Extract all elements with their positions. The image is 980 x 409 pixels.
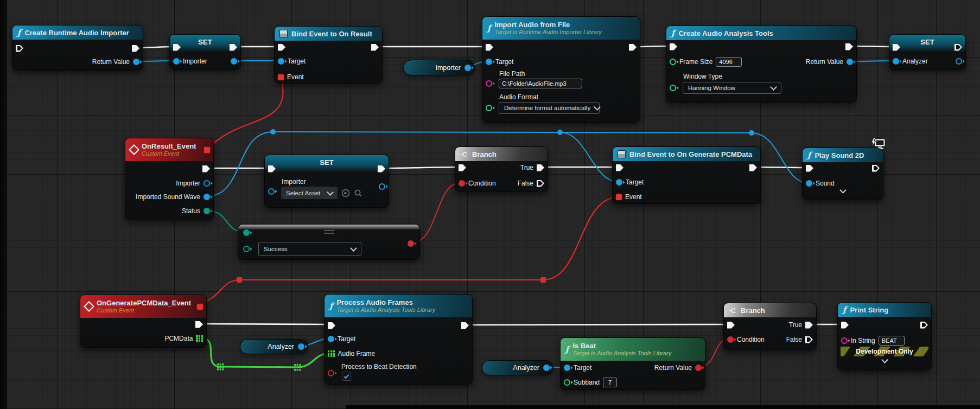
exec-in-pin[interactable] — [459, 164, 466, 171]
variable-get-importer[interactable]: Importer — [403, 60, 475, 75]
importer-out-pin[interactable] — [379, 183, 385, 190]
true-exec-pin[interactable] — [537, 164, 544, 171]
use-selected-asset-icon[interactable] — [341, 189, 350, 197]
target-pin[interactable] — [328, 336, 334, 342]
exec-out-pin[interactable] — [629, 44, 637, 51]
subband-input[interactable] — [603, 378, 617, 387]
array-reroute-node[interactable] — [217, 363, 224, 370]
condition-pin[interactable] — [727, 336, 734, 343]
target-pin[interactable] — [486, 59, 492, 65]
subband-pin[interactable] — [564, 379, 570, 386]
in-string-pin[interactable] — [841, 337, 848, 344]
exec-out-pin[interactable] — [920, 322, 928, 329]
variable-get-analyzer-2[interactable]: Analyzer — [482, 360, 553, 375]
node-equal-enum[interactable]: == Success — [238, 224, 420, 260]
exec-in-pin[interactable] — [268, 165, 276, 172]
pcmdata-array-pin[interactable] — [196, 335, 203, 342]
target-pin[interactable] — [564, 365, 570, 371]
input-b-pin[interactable] — [243, 246, 250, 252]
analyzer-in-pin[interactable] — [893, 58, 899, 65]
false-exec-pin[interactable] — [805, 336, 813, 343]
beat-detection-checkbox[interactable] — [342, 372, 351, 381]
importer-out-pin[interactable] — [203, 180, 210, 187]
exec-in-pin[interactable] — [486, 44, 493, 51]
exec-in-pin[interactable] — [328, 322, 335, 329]
expand-node-chevron-icon[interactable] — [881, 356, 888, 363]
target-pin[interactable] — [616, 179, 622, 186]
exec-out-pin[interactable] — [371, 44, 379, 51]
false-exec-pin[interactable] — [537, 180, 544, 187]
importer-out-pin[interactable] — [231, 58, 237, 65]
exec-in-pin[interactable] — [670, 43, 677, 50]
exec-in-pin[interactable] — [173, 44, 181, 51]
target-pin[interactable] — [278, 58, 284, 65]
frame-size-input[interactable] — [716, 57, 742, 67]
node-set-importer-1[interactable]: SET Importer — [169, 34, 241, 70]
select-asset-dropdown[interactable]: Select Asset — [281, 187, 338, 199]
return-value-pin[interactable] — [133, 59, 139, 65]
node-is-beat[interactable]: ƒ Is Beat Target is Audio Analysis Tools… — [560, 337, 705, 390]
node-set-analyzer[interactable]: SET Analyzer — [889, 34, 966, 70]
analyzer-out-pin[interactable] — [298, 343, 304, 350]
analyzer-out-pin[interactable] — [956, 58, 962, 65]
node-play-sound-2d[interactable]: ƒ Play Sound 2D Sound — [802, 148, 883, 200]
delegate-reroute-node[interactable] — [237, 277, 242, 283]
node-set-importer-2[interactable]: SET Importer Select Asset — [264, 155, 389, 208]
node-ongenerate-pcmdata-event[interactable]: OnGeneratePCMData_Event Custom Event PCM… — [80, 295, 207, 348]
imported-sound-wave-pin[interactable] — [203, 194, 210, 200]
exec-out-pin[interactable] — [954, 44, 962, 51]
exec-in-pin[interactable] — [16, 45, 23, 52]
node-bind-event-to-on-result[interactable]: Bind Event to On Result Target Event — [274, 26, 383, 84]
exec-in-pin[interactable] — [806, 165, 813, 172]
object-reroute-node[interactable] — [749, 130, 754, 136]
delegate-out-pin[interactable] — [204, 147, 210, 153]
delegate-reroute-node[interactable] — [540, 277, 546, 283]
input-a-pin[interactable] — [243, 229, 250, 236]
audio-format-pin[interactable] — [486, 105, 492, 111]
beat-detection-pin[interactable] — [328, 370, 334, 376]
file-path-input[interactable] — [499, 79, 582, 88]
true-exec-pin[interactable] — [805, 322, 813, 329]
window-type-pin[interactable] — [670, 85, 676, 91]
in-string-input[interactable] — [879, 336, 905, 346]
delegate-out-pin[interactable] — [197, 304, 203, 310]
enum-value-dropdown[interactable]: Success — [258, 242, 361, 256]
exec-out-pin[interactable] — [872, 165, 880, 172]
result-pin[interactable] — [408, 240, 414, 247]
browse-asset-icon[interactable] — [354, 189, 362, 197]
node-bind-event-to-on-generate-pcmdata[interactable]: Bind Event to On Generate PCMData Target… — [612, 146, 761, 204]
variable-get-analyzer-1[interactable]: Analyzer — [240, 339, 308, 354]
exec-out-pin[interactable] — [230, 44, 237, 51]
importer-in-pin[interactable] — [173, 58, 180, 65]
condition-pin[interactable] — [459, 180, 465, 187]
file-path-pin[interactable] — [486, 80, 492, 87]
node-process-audio-frames[interactable]: ƒ Process Audio Frames Target is Audio A… — [324, 294, 473, 385]
exec-out-pin[interactable] — [195, 321, 203, 328]
status-pin[interactable] — [203, 208, 210, 214]
exec-in-pin[interactable] — [841, 322, 849, 329]
exec-out-pin[interactable] — [132, 45, 139, 52]
node-print-string[interactable]: ƒ Print String In String Development Onl… — [837, 302, 932, 370]
analyzer-out-pin[interactable] — [543, 365, 550, 371]
node-onresult-event[interactable]: OnResult_Event Custom Event Importer Imp… — [125, 138, 214, 220]
exec-in-pin[interactable] — [727, 322, 735, 329]
node-branch-2[interactable]: Branch True Condition False — [723, 303, 817, 350]
exec-out-pin[interactable] — [202, 165, 210, 172]
return-value-pin[interactable] — [695, 365, 702, 371]
sound-pin[interactable] — [806, 180, 812, 187]
node-branch-1[interactable]: Branch True Condition False — [455, 146, 548, 192]
audio-format-dropdown[interactable]: Determine format automatically — [499, 102, 600, 114]
exec-in-pin[interactable] — [278, 44, 285, 51]
audio-frame-array-pin[interactable] — [328, 350, 335, 357]
node-create-audio-analysis-tools[interactable]: ƒ Create Audio Analysis Tools Frame Size… — [666, 25, 857, 103]
exec-out-pin[interactable] — [845, 43, 853, 50]
exec-in-pin[interactable] — [616, 164, 623, 171]
node-create-runtime-audio-importer[interactable]: ƒ Create Runtime Audio Importer Return V… — [12, 25, 143, 71]
frame-size-pin[interactable] — [670, 59, 676, 65]
array-reroute-node[interactable] — [294, 364, 301, 371]
exec-out-pin[interactable] — [461, 322, 469, 329]
exec-out-pin[interactable] — [749, 164, 757, 171]
exec-in-pin[interactable] — [893, 44, 900, 51]
importer-out-pin[interactable] — [464, 65, 471, 71]
node-import-audio-from-file[interactable]: ƒ Import Audio from File Target is Runti… — [482, 16, 640, 123]
